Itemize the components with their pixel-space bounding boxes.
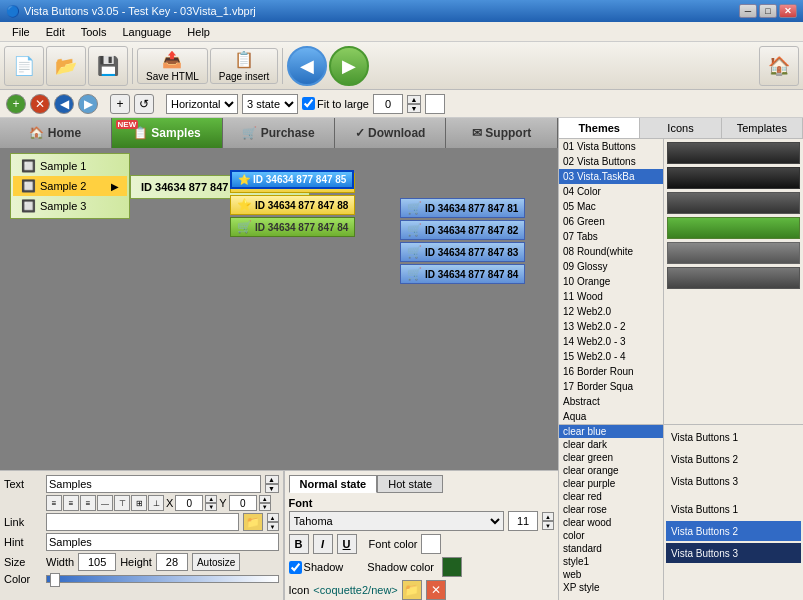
id-cell-83[interactable]: 🛒 ID 34634 877 847 83: [400, 242, 525, 262]
theme-14[interactable]: 14 Web2.0 - 3: [559, 334, 663, 349]
theme-preview-green[interactable]: [667, 217, 800, 239]
minimize-button[interactable]: ─: [739, 4, 757, 18]
theme-05[interactable]: 05 Mac: [559, 199, 663, 214]
save-html-button[interactable]: 📤 Save HTML: [137, 48, 208, 84]
style-standard[interactable]: standard: [559, 542, 663, 555]
color-square[interactable]: [425, 94, 445, 114]
theme-16[interactable]: 16 Border Roun: [559, 364, 663, 379]
style-clear-rose[interactable]: clear rose: [559, 503, 663, 516]
vb-1[interactable]: Vista Buttons 1: [666, 427, 801, 447]
autosize-button[interactable]: Autosize: [192, 553, 240, 571]
y-input[interactable]: [229, 495, 257, 511]
state-select[interactable]: 3 state 2 state: [242, 94, 298, 114]
font-size-spinner[interactable]: ▲ ▼: [542, 512, 554, 530]
style-clear-purple[interactable]: clear purple: [559, 477, 663, 490]
style-clear-wood[interactable]: clear wood: [559, 516, 663, 529]
theme-preview-6[interactable]: [667, 267, 800, 289]
save-button[interactable]: 💾: [88, 46, 128, 86]
link-input[interactable]: [46, 513, 239, 531]
hot-state-tab[interactable]: Hot state: [377, 475, 443, 493]
menu-file[interactable]: File: [4, 24, 38, 40]
shadow-checkbox-label[interactable]: Shadow: [289, 561, 344, 574]
font-size-spin-down[interactable]: ▼: [542, 521, 554, 530]
page-insert-button[interactable]: 📋 Page insert: [210, 48, 279, 84]
shadow-color-picker[interactable]: [442, 557, 462, 577]
x-spinner[interactable]: ▲ ▼: [205, 495, 217, 511]
vb-4[interactable]: Vista Buttons 1: [666, 499, 801, 519]
theme-07[interactable]: 07 Tabs: [559, 229, 663, 244]
style-clear-green[interactable]: clear green: [559, 451, 663, 464]
style-clear-dark[interactable]: clear dark: [559, 438, 663, 451]
theme-preview-3[interactable]: [667, 192, 800, 214]
theme-preview-1[interactable]: [667, 142, 800, 164]
vb-3[interactable]: Vista Buttons 3: [666, 471, 801, 491]
text-input[interactable]: [46, 475, 261, 493]
open-button[interactable]: 📂: [46, 46, 86, 86]
theme-03[interactable]: 03 Vista.TaskBa: [559, 169, 663, 184]
width-input[interactable]: [78, 553, 116, 571]
link-spin-up[interactable]: ▲: [267, 513, 279, 522]
x-input[interactable]: [175, 495, 203, 511]
close-button[interactable]: ✕: [779, 4, 797, 18]
text-spinner[interactable]: ▲ ▼: [265, 475, 279, 493]
text-spin-up[interactable]: ▲: [265, 475, 279, 484]
font-color-picker[interactable]: [421, 534, 441, 554]
nav-support-button[interactable]: ✉ Support: [446, 118, 558, 148]
forward-button[interactable]: ▶: [329, 46, 369, 86]
theme-13[interactable]: 13 Web2.0 - 2: [559, 319, 663, 334]
theme-12[interactable]: 12 Web2.0: [559, 304, 663, 319]
insert-button[interactable]: +: [110, 94, 130, 114]
shadow-checkbox[interactable]: [289, 561, 302, 574]
maximize-button[interactable]: □: [759, 4, 777, 18]
align-center-button[interactable]: ≡: [63, 495, 79, 511]
link-folder-button[interactable]: 📁: [243, 513, 263, 531]
x-spin-down[interactable]: ▼: [205, 503, 217, 511]
theme-02[interactable]: 02 Vista Buttons: [559, 154, 663, 169]
icon-folder-button[interactable]: 📁: [402, 580, 422, 600]
hint-input[interactable]: [46, 533, 279, 551]
color-slider-thumb[interactable]: [50, 573, 60, 587]
style-web[interactable]: web: [559, 568, 663, 581]
y-spinner[interactable]: ▲ ▼: [259, 495, 271, 511]
style-color[interactable]: color: [559, 529, 663, 542]
fit-to-large-checkbox[interactable]: Fit to large: [302, 97, 369, 110]
theme-10[interactable]: 10 Orange: [559, 274, 663, 289]
theme-abstract[interactable]: Abstract: [559, 394, 663, 409]
link-spinner[interactable]: ▲ ▼: [267, 513, 279, 531]
id-cell-84-blue[interactable]: 🛒 ID 34634 877 847 84: [400, 264, 525, 284]
menu-help[interactable]: Help: [179, 24, 218, 40]
orientation-select[interactable]: Horizontal Vertical: [166, 94, 238, 114]
id-cell-85-highlight[interactable]: ⭐ ID 34634 877 847 85: [230, 170, 354, 189]
style-xp[interactable]: XP style: [559, 581, 663, 594]
id-cell-84-green[interactable]: 🛒 ID 34634 877 847 84: [230, 217, 355, 237]
style-clear-blue[interactable]: clear blue: [559, 425, 663, 438]
nav-samples-button[interactable]: NEW 📋 Samples: [112, 118, 224, 148]
align-left-button[interactable]: ≡: [46, 495, 62, 511]
refresh-button[interactable]: ↺: [134, 94, 154, 114]
id-cell-82[interactable]: 🛒 ID 34634 877 847 82: [400, 220, 525, 240]
italic-button[interactable]: I: [313, 534, 333, 554]
style-clear-orange[interactable]: clear orange: [559, 464, 663, 477]
font-size-spin-up[interactable]: ▲: [542, 512, 554, 521]
align-right-button[interactable]: ≡: [80, 495, 96, 511]
align-justify-button[interactable]: —: [97, 495, 113, 511]
number-input[interactable]: [373, 94, 403, 114]
height-input[interactable]: [156, 553, 188, 571]
icons-tab[interactable]: Icons: [640, 118, 721, 138]
theme-preview-5[interactable]: [667, 242, 800, 264]
text-spin-down[interactable]: ▼: [265, 484, 279, 493]
style-style1[interactable]: style1: [559, 555, 663, 568]
color-slider[interactable]: [46, 575, 279, 583]
x-spin-up[interactable]: ▲: [205, 495, 217, 503]
add-button[interactable]: +: [6, 94, 26, 114]
theme-08[interactable]: 08 Round(white: [559, 244, 663, 259]
back-button[interactable]: ◀: [287, 46, 327, 86]
id-cell-88[interactable]: ⭐ ID 34634 877 847 88: [230, 195, 355, 215]
new-button[interactable]: 📄: [4, 46, 44, 86]
sample2-item[interactable]: 🔲 Sample 2 ▶: [13, 176, 127, 196]
normal-state-tab[interactable]: Normal state: [289, 475, 378, 493]
menu-tools[interactable]: Tools: [73, 24, 115, 40]
spin-up[interactable]: ▲: [407, 95, 421, 104]
theme-aqua[interactable]: Aqua: [559, 409, 663, 424]
vb-2[interactable]: Vista Buttons 2: [666, 449, 801, 469]
